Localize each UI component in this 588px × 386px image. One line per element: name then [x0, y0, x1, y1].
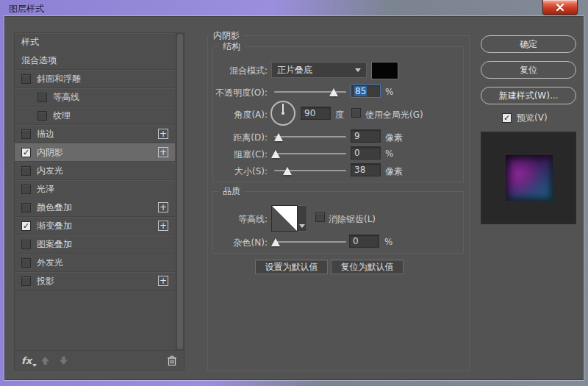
add-effect-icon[interactable]: +	[158, 147, 168, 157]
distance-unit: 像素	[385, 132, 403, 144]
sidebar-item[interactable]: 样式	[15, 33, 175, 51]
antialias-checkbox[interactable]	[315, 212, 325, 222]
opacity-label: 不透明度(O):	[208, 87, 268, 99]
sidebar-item[interactable]: ✓内阴影+	[15, 143, 175, 162]
size-slider[interactable]	[274, 165, 346, 176]
sidebar-item-label: 图案叠加	[37, 238, 72, 251]
sidebar-item-label: 内发光	[37, 165, 63, 177]
effect-checkbox[interactable]	[21, 203, 31, 212]
contour-picker[interactable]	[271, 205, 307, 232]
sidebar-item-label: 样式	[21, 36, 39, 49]
style-preview-gradient	[506, 155, 553, 201]
sidebar-item[interactable]: 等高线	[15, 88, 175, 107]
sidebar-item[interactable]: 外发光	[15, 254, 175, 272]
angle-label: 角度(A):	[208, 109, 268, 121]
layer-style-dialog: { "window": { "title": "图层样式" }, "icons"…	[0, 0, 588, 386]
choke-label: 阻塞(C):	[208, 149, 268, 161]
move-up-icon[interactable]	[40, 356, 50, 365]
effect-checkbox[interactable]	[21, 185, 31, 194]
sidebar-footer: fx	[15, 350, 184, 370]
sidebar-item-label: 混合选项	[21, 54, 57, 67]
sidebar-scrollbar[interactable]	[176, 33, 184, 350]
delete-effect-icon[interactable]	[167, 355, 177, 366]
choke-slider[interactable]	[274, 149, 346, 159]
style-preview	[481, 132, 576, 224]
choke-input[interactable]: 0	[351, 146, 381, 160]
sidebar-item[interactable]: 混合选项	[15, 51, 175, 70]
sidebar-item-label: 内阴影	[37, 146, 63, 159]
reset-default-button[interactable]: 复位为默认值	[331, 260, 404, 274]
sidebar-item[interactable]: 描边+	[15, 125, 175, 143]
titlebar[interactable]: 图层样式	[0, 0, 588, 16]
add-effect-icon[interactable]: +	[158, 129, 168, 139]
chevron-down-icon	[355, 68, 361, 72]
effect-checkbox[interactable]	[21, 276, 31, 286]
window-title: 图层样式	[9, 3, 44, 15]
add-effect-icon[interactable]: +	[158, 202, 168, 212]
shadow-color-swatch[interactable]	[371, 62, 398, 79]
size-input[interactable]: 38	[351, 163, 381, 176]
effect-checkbox[interactable]	[21, 129, 31, 139]
effect-checkbox[interactable]	[21, 74, 31, 84]
sidebar-item[interactable]: 颜色叠加+	[15, 199, 175, 217]
effects-sidebar: 样式混合选项斜面和浮雕等高线纹理描边+✓内阴影+内发光光泽颜色叠加+✓渐变叠加+…	[14, 32, 184, 371]
global-light-label: 使用全局光(G)	[365, 109, 423, 121]
structure-group-title: 结构	[219, 40, 244, 53]
close-button[interactable]	[542, 0, 578, 15]
angle-dial[interactable]	[270, 101, 295, 126]
set-default-button[interactable]: 设置为默认值	[255, 260, 328, 274]
add-effect-icon[interactable]: +	[158, 221, 168, 231]
fx-menu-icon[interactable]: fx	[21, 355, 32, 366]
effect-checkbox[interactable]: ✓	[21, 221, 31, 231]
sidebar-item[interactable]: 斜面和浮雕	[15, 70, 175, 88]
effect-checkbox[interactable]	[37, 93, 47, 102]
effect-checkbox[interactable]: ✓	[21, 148, 31, 157]
sidebar-item[interactable]: 投影+	[15, 272, 175, 290]
preview-checkbox[interactable]: ✓	[502, 113, 512, 123]
sidebar-item-label: 斜面和浮雕	[37, 73, 81, 85]
effect-checkbox[interactable]	[21, 240, 31, 249]
inner-shadow-panel: 内阴影 结构 混合模式: 正片叠底 不透明度(O): 85 % 角度(A): 9…	[207, 35, 470, 371]
contour-thumbnail[interactable]	[271, 205, 298, 232]
noise-label: 杂色(N):	[208, 237, 268, 249]
global-light-checkbox[interactable]	[351, 108, 361, 118]
antialias-label: 消除锯齿(L)	[329, 213, 376, 226]
effect-checkbox[interactable]	[37, 111, 47, 121]
effect-checkbox[interactable]	[21, 258, 31, 268]
sidebar-item-label: 等高线	[53, 91, 79, 104]
sidebar-item-label: 描边	[37, 128, 54, 140]
quality-group-title: 品质	[219, 185, 244, 198]
sidebar-item[interactable]: 图案叠加	[15, 235, 175, 254]
chevron-down-icon	[299, 224, 305, 228]
sidebar-item-label: 光泽	[37, 183, 54, 196]
opacity-unit: %	[385, 87, 393, 97]
close-icon	[556, 4, 564, 11]
blend-mode-label: 混合模式:	[208, 65, 268, 77]
choke-unit: %	[385, 149, 393, 159]
angle-input[interactable]: 90	[301, 107, 331, 120]
sidebar-item[interactable]: ✓渐变叠加+	[15, 217, 175, 235]
ok-button[interactable]: 确定	[481, 35, 576, 53]
contour-label: 等高线:	[208, 213, 268, 226]
distance-label: 距离(D):	[208, 132, 268, 144]
move-down-icon[interactable]	[59, 356, 68, 365]
size-label: 大小(S):	[208, 165, 268, 178]
preview-toggle[interactable]: ✓ 预览(V)	[502, 112, 548, 124]
add-effect-icon[interactable]: +	[158, 276, 168, 286]
sidebar-item[interactable]: 纹理	[15, 107, 175, 125]
sidebar-item[interactable]: 光泽	[15, 180, 175, 199]
opacity-input[interactable]: 85	[351, 85, 381, 98]
opacity-slider[interactable]	[274, 87, 346, 97]
sidebar-item-label: 纹理	[53, 110, 71, 122]
distance-slider[interactable]	[274, 132, 346, 142]
noise-slider[interactable]	[274, 237, 346, 247]
blend-mode-value: 正片叠底	[277, 64, 312, 76]
blend-mode-select[interactable]: 正片叠底	[271, 62, 367, 78]
sidebar-item[interactable]: 内发光	[15, 162, 175, 180]
sidebar-list: 样式混合选项斜面和浮雕等高线纹理描边+✓内阴影+内发光光泽颜色叠加+✓渐变叠加+…	[15, 33, 175, 290]
noise-input[interactable]: 0	[349, 235, 379, 248]
reset-button[interactable]: 复位	[481, 61, 576, 79]
effect-checkbox[interactable]	[21, 166, 31, 176]
distance-input[interactable]: 9	[351, 129, 381, 143]
new-style-button[interactable]: 新建样式(W)...	[481, 87, 576, 104]
